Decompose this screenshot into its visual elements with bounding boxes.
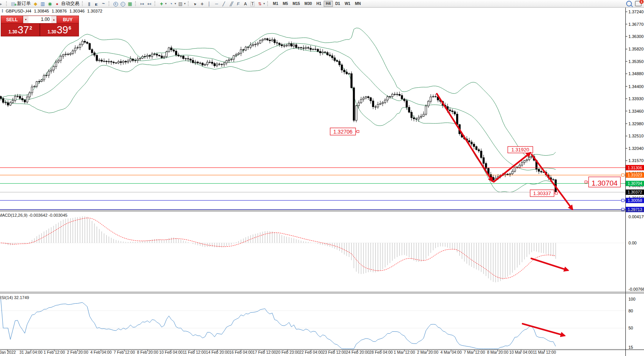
horizontal-line-icon[interactable] <box>213 1 220 7</box>
chart-shift-icon[interactable] <box>146 1 153 7</box>
trend-arrow[interactable] <box>437 94 492 181</box>
one-click-trade-panel: SELL ▼ 1.00 ▲ BUY 1.30 37 2 1.30 39 6 <box>1 16 79 36</box>
pane-separators[interactable] <box>0 210 644 350</box>
data-window-icon[interactable] <box>39 1 46 7</box>
volume-decrease-button[interactable]: ▼ <box>23 16 28 23</box>
svg-text:1.33460: 1.33460 <box>628 109 644 113</box>
rsi-pane: 100805015 <box>0 297 635 350</box>
templates-dropdown-caret[interactable]: ▾ <box>184 2 186 5</box>
price-level-lines[interactable] <box>0 168 625 211</box>
sell-price-main: 37 <box>18 25 29 35</box>
svg-text:1.32706: 1.32706 <box>333 129 353 135</box>
sell-price-pipette: 2 <box>30 25 32 31</box>
svg-text:1.36770: 1.36770 <box>628 22 644 27</box>
svg-text:31 Jan 04:00: 31 Jan 04:00 <box>19 350 43 354</box>
svg-text:10 Feb 04:00: 10 Feb 04:00 <box>159 350 183 354</box>
timeframe-mn[interactable]: MN <box>353 1 363 7</box>
vertical-line-icon[interactable] <box>206 1 213 7</box>
zoom-out-icon[interactable] <box>120 1 126 7</box>
buy-button[interactable]: BUY <box>57 16 79 24</box>
candlestick-chart-icon[interactable] <box>93 1 99 7</box>
sell-button[interactable]: SELL <box>1 16 23 24</box>
search-icon[interactable] <box>626 1 632 6</box>
crosshair-icon[interactable] <box>199 1 205 7</box>
timeframe-m1[interactable]: M1 <box>271 1 280 7</box>
volume-increase-button[interactable]: ▲ <box>51 16 57 23</box>
cursor-icon[interactable] <box>192 1 198 7</box>
toolbar-right-group: 1 <box>625 1 642 6</box>
svg-text:1.33930: 1.33930 <box>628 96 644 101</box>
arrows-dropdown-caret[interactable]: ▾ <box>263 2 265 5</box>
periods-dropdown-caret[interactable]: ▾ <box>175 2 176 5</box>
svg-text:7 Mar 12:00: 7 Mar 12:00 <box>464 350 485 354</box>
svg-text:10 Mar 04:00: 10 Mar 04:00 <box>509 350 533 354</box>
trend-arrow[interactable] <box>532 154 572 209</box>
svg-text:24 Feb 20:00: 24 Feb 20:00 <box>346 350 370 354</box>
trend-arrow[interactable] <box>523 324 564 336</box>
buy-price-main: 39 <box>57 25 68 35</box>
toolbar-grip <box>109 1 111 6</box>
autotrading-icon[interactable] <box>54 1 60 7</box>
trendline-icon[interactable] <box>220 1 227 7</box>
annotations[interactable]: 1.327061.319201.303371.30704 <box>330 94 620 336</box>
svg-text:0.00: 0.00 <box>628 241 636 245</box>
new-order-label: 新订单 <box>17 0 31 7</box>
indicators-icon[interactable] <box>158 1 165 7</box>
timeframe-w1[interactable]: W1 <box>342 1 353 7</box>
svg-text:17 Feb 12:00: 17 Feb 12:00 <box>253 350 276 354</box>
timeframe-h1[interactable]: H1 <box>314 1 324 7</box>
auto-scroll-icon[interactable] <box>139 1 145 7</box>
rsi-indicator-label: RSI(14) 32.1749 <box>0 295 29 300</box>
volume-input[interactable]: 1.00 <box>28 16 51 23</box>
svg-text:1.30372: 1.30372 <box>628 190 642 194</box>
arrows-icon[interactable] <box>257 1 263 7</box>
svg-text:-0.007666: -0.007666 <box>628 287 644 291</box>
fibonacci-icon[interactable] <box>235 1 241 7</box>
svg-text:1.36300: 1.36300 <box>628 34 644 39</box>
timeframe-h4[interactable]: H4 <box>324 1 333 7</box>
svg-text:23 Feb 12:00: 23 Feb 12:00 <box>323 350 346 354</box>
sell-price-prefix: 1.30 <box>8 29 17 35</box>
zoom-in-icon[interactable] <box>112 1 119 7</box>
new-order-icon[interactable] <box>10 1 16 7</box>
trend-arrow[interactable] <box>531 258 568 270</box>
svg-text:1.31306: 1.31306 <box>628 165 642 170</box>
chat-icon[interactable]: 1 <box>635 1 642 6</box>
indicators-dropdown-caret[interactable]: ▾ <box>165 2 167 5</box>
timeframe-m15[interactable]: M15 <box>290 1 302 7</box>
svg-text:1.30704: 1.30704 <box>628 181 642 186</box>
svg-text:11 Mar 12:00: 11 Mar 12:00 <box>533 350 556 354</box>
svg-text:20 Feb 23:00: 20 Feb 23:00 <box>276 350 299 354</box>
time-axis[interactable]: Jan 202231 Jan 04:001 Feb 12:002 Feb 20:… <box>0 350 556 354</box>
toolbar-grip <box>154 1 157 6</box>
chart-header-icon <box>2 9 3 13</box>
svg-text:22 Feb 04:00: 22 Feb 04:00 <box>299 350 323 354</box>
trend-arrow[interactable] <box>494 153 530 182</box>
timeframe-m5[interactable]: M5 <box>280 1 290 7</box>
market-watch-icon[interactable] <box>32 1 39 7</box>
svg-text:1.31023: 1.31023 <box>628 173 642 177</box>
templates-icon[interactable] <box>177 1 184 7</box>
svg-text:1.30704: 1.30704 <box>592 179 618 187</box>
svg-text:1.32510: 1.32510 <box>628 134 644 138</box>
label-icon[interactable] <box>249 1 256 7</box>
channel-icon[interactable] <box>228 1 234 7</box>
svg-text:1.34880: 1.34880 <box>628 71 644 76</box>
svg-text:1 Feb 12:00: 1 Feb 12:00 <box>44 350 65 354</box>
tile-windows-icon[interactable] <box>127 1 133 7</box>
timeframe-d1[interactable]: D1 <box>333 1 342 7</box>
navigator-icon[interactable] <box>47 1 53 7</box>
timeframe-m30[interactable]: M30 <box>302 1 314 7</box>
chart-canvas[interactable]: 1.372401.367701.363001.358201.353501.348… <box>0 0 644 356</box>
symbol-period-label: GBPUSD-,H4 <box>6 9 31 13</box>
sell-price[interactable]: 1.30 37 2 <box>1 24 39 36</box>
svg-text:1.35820: 1.35820 <box>628 47 644 51</box>
periods-icon[interactable] <box>168 1 174 7</box>
toolbar-grip <box>82 1 85 6</box>
buy-price[interactable]: 1.30 39 6 <box>40 24 79 36</box>
svg-text:1.37240: 1.37240 <box>628 9 644 14</box>
text-icon[interactable] <box>242 1 249 7</box>
bar-chart-icon[interactable] <box>86 1 92 7</box>
line-chart-icon[interactable] <box>100 1 107 7</box>
svg-text:2 Mar 20:00: 2 Mar 20:00 <box>417 350 438 354</box>
